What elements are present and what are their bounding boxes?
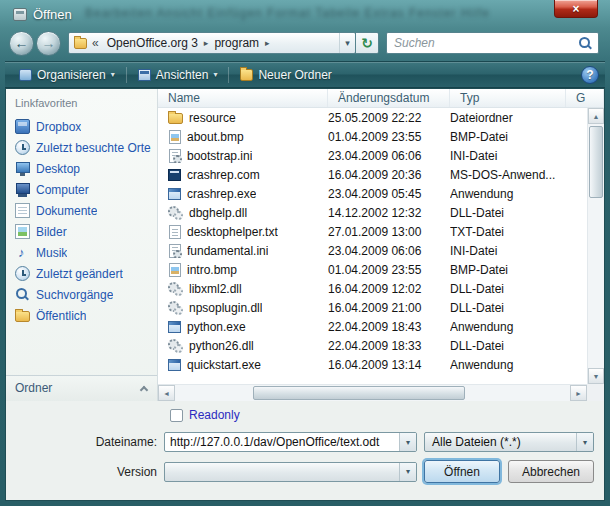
file-row[interactable]: bootstrap.ini 23.04.2009 06:06 INI-Datei [158, 146, 587, 165]
organize-button[interactable]: Organisieren ▾ [11, 64, 123, 85]
sidebar-item-recent-places[interactable]: Zuletzt besuchte Orte [6, 137, 157, 158]
file-type: DLL-Datei [450, 301, 566, 315]
sidebar-item-documents[interactable]: Dokumente [6, 200, 157, 221]
views-button[interactable]: Ansichten ▾ [130, 64, 226, 85]
sidebar-item-searches[interactable]: Suchvorgänge [6, 284, 157, 305]
file-row[interactable]: python26.dll 22.04.2009 18:33 DLL-Datei [158, 336, 587, 355]
forward-button[interactable]: → [36, 31, 61, 56]
file-date: 16.04.2009 13:14 [328, 358, 450, 372]
search-folder-icon [15, 287, 30, 302]
file-row[interactable]: python.exe 22.04.2009 18:43 Anwendung [158, 317, 587, 336]
file-type: INI-Datei [450, 244, 566, 258]
file-name: quickstart.exe [187, 358, 261, 372]
sidebar-item-music[interactable]: Musik [6, 242, 157, 263]
chevron-down-icon: ▾ [213, 70, 217, 79]
file-date: 22.04.2009 18:43 [328, 320, 450, 334]
column-header-type[interactable]: Typ [450, 89, 566, 107]
column-header-date[interactable]: Änderungsdatum [328, 89, 450, 107]
file-row[interactable]: libxml2.dll 16.04.2009 12:02 DLL-Datei [158, 279, 587, 298]
file-row[interactable]: quickstart.exe 16.04.2009 13:14 Anwendun… [158, 355, 587, 374]
version-dropdown[interactable]: ▾ [164, 462, 417, 482]
file-type: Anwendung [450, 320, 566, 334]
breadcrumb-collapse-icon[interactable]: « [92, 36, 99, 50]
views-icon [138, 69, 151, 81]
breadcrumb-dropdown-icon[interactable]: ▾ [339, 33, 355, 53]
file-row[interactable]: resource 25.05.2009 22:22 Dateiordner [158, 108, 587, 127]
file-date: 23.04.2009 06:06 [328, 244, 450, 258]
readonly-label[interactable]: Readonly [189, 408, 240, 422]
horizontal-scroll-thumb[interactable] [253, 386, 465, 400]
address-group: « OpenOffice.org 3 ▸ program ▸ ▾ ↻ [68, 32, 379, 54]
organize-label: Organisieren [37, 68, 106, 82]
sidebar-item-recent-changed[interactable]: Zuletzt geändert [6, 263, 157, 284]
new-folder-icon [240, 69, 253, 81]
file-row[interactable]: npsoplugin.dll 16.04.2009 21:00 DLL-Date… [158, 298, 587, 317]
file-row[interactable]: crashrep.com 16.04.2009 20:36 MS-DOS-Anw… [158, 165, 587, 184]
scroll-up-icon[interactable]: ▲ [588, 108, 604, 124]
views-label: Ansichten [156, 68, 209, 82]
new-folder-button[interactable]: Neuer Ordner [232, 64, 339, 85]
sidebar-item-desktop[interactable]: Desktop [6, 158, 157, 179]
recent-changed-icon [15, 266, 30, 281]
close-button[interactable]: × [554, 0, 598, 18]
window-title: Öffnen [33, 7, 72, 22]
vertical-scroll-thumb[interactable] [589, 126, 603, 198]
breadcrumb-item-program[interactable]: program [209, 33, 264, 53]
command-toolbar: Organisieren ▾ Ansichten ▾ Neuer Ordner … [5, 61, 605, 88]
dll-file-icon [168, 282, 183, 296]
horizontal-scrollbar[interactable]: ◄ ► [158, 384, 587, 401]
horizontal-scroll-track[interactable] [175, 385, 570, 401]
column-header-name[interactable]: Name [158, 89, 328, 107]
readonly-checkbox[interactable] [170, 409, 183, 422]
navigation-bar: ← → « OpenOffice.org 3 ▸ program ▸ ▾ ↻ [5, 28, 605, 61]
file-row[interactable]: desktophelper.txt 27.01.2009 13:00 TXT-D… [158, 222, 587, 241]
search-icon[interactable] [578, 36, 593, 51]
folders-expander[interactable]: Ordner [6, 375, 157, 401]
sidebar-item-dropbox[interactable]: Dropbox [6, 116, 157, 137]
version-dropdown-icon[interactable]: ▾ [399, 463, 416, 481]
cancel-button[interactable]: Abbrechen [508, 460, 594, 483]
filetype-dropdown[interactable]: Alle Dateien (*.*) ▾ [424, 432, 594, 452]
scroll-left-icon[interactable]: ◄ [158, 385, 175, 401]
background-window-menu: Bearbeiten Ansicht Einfügen Format Tabel… [85, 6, 545, 20]
help-button[interactable]: ? [581, 66, 599, 84]
dll-file-icon [168, 339, 183, 353]
toolbar-divider [126, 67, 127, 83]
filename-input[interactable] [165, 435, 399, 449]
scroll-down-icon[interactable]: ▼ [588, 368, 604, 384]
file-row[interactable]: fundamental.ini 23.04.2009 06:06 INI-Dat… [158, 241, 587, 260]
file-date: 25.05.2009 22:22 [328, 111, 450, 125]
close-icon: × [572, 3, 579, 15]
dll-file-icon [168, 206, 183, 220]
sidebar-item-public[interactable]: Öffentlich [6, 305, 157, 326]
filetype-dropdown-icon[interactable]: ▾ [576, 433, 593, 451]
recent-places-icon [15, 140, 30, 155]
txt-file-icon [169, 225, 181, 239]
back-button[interactable]: ← [9, 31, 34, 56]
sidebar-item-computer[interactable]: Computer [6, 179, 157, 200]
filetype-value: Alle Dateien (*.*) [425, 435, 576, 449]
file-row[interactable]: dbghelp.dll 14.12.2002 12:32 DLL-Datei [158, 203, 587, 222]
filename-dropdown-icon[interactable]: ▾ [399, 433, 416, 451]
exe-file-icon [168, 188, 181, 200]
scroll-right-icon[interactable]: ► [570, 385, 587, 401]
open-dialog: Bearbeiten Ansicht Einfügen Format Tabel… [0, 0, 610, 506]
column-header-size[interactable]: G [566, 89, 604, 107]
vertical-scrollbar[interactable]: ▲ ▼ [587, 108, 604, 384]
open-button[interactable]: Öffnen [424, 460, 500, 483]
file-date: 01.04.2009 23:55 [328, 130, 450, 144]
breadcrumb-item-openoffice[interactable]: OpenOffice.org 3 [102, 33, 203, 53]
file-row[interactable]: crashrep.exe 23.04.2009 05:45 Anwendung [158, 184, 587, 203]
breadcrumb[interactable]: « OpenOffice.org 3 ▸ program ▸ ▾ [68, 32, 356, 54]
exe-file-icon [168, 321, 181, 333]
file-type: Dateiordner [450, 111, 566, 125]
title-bar[interactable]: Bearbeiten Ansicht Einfügen Format Tabel… [5, 0, 605, 28]
file-date: 27.01.2009 13:00 [328, 225, 450, 239]
search-input[interactable] [387, 36, 578, 50]
file-row[interactable]: about.bmp 01.04.2009 23:55 BMP-Datei [158, 127, 587, 146]
sidebar-item-pictures[interactable]: Bilder [6, 221, 157, 242]
file-row[interactable]: intro.bmp 01.04.2009 23:55 BMP-Datei [158, 260, 587, 279]
refresh-button[interactable]: ↻ [355, 32, 379, 54]
file-name: about.bmp [187, 130, 244, 144]
toolbar-divider [228, 67, 229, 83]
